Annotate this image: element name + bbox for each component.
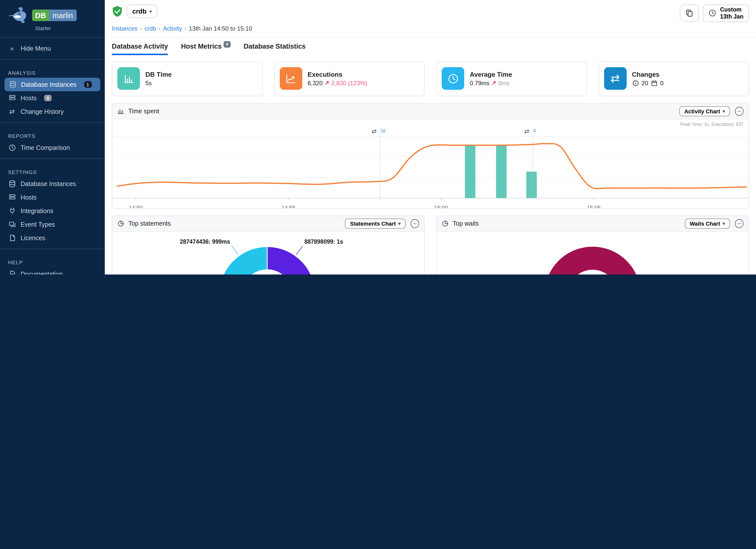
svg-text:4: 4 [533,128,536,133]
licence-icon [8,234,16,242]
brand-wordmark: DB marlin [32,9,76,21]
waits-chart-dropdown[interactable]: Waits Chart▾ [685,219,730,229]
sidebar: DB marlin Starter « Hide Menu ANALYSIS D… [0,0,105,275]
card-value: 6,320 [308,80,323,87]
card-title: DB Time [145,71,172,78]
peak-annotation: Peak Time: 2s, Executions: 837 [680,122,743,127]
pie-chart-icon [117,220,124,227]
time-spent-chart[interactable]: Peak Time: 2s, Executions: 837 ⇄16⇄414:5… [112,119,748,209]
health-shield-icon [112,5,123,17]
time-spent-panel: Time spent Activity Chart▾ – Peak Time: … [112,103,749,209]
instance-selector[interactable]: crdb ▾ [127,5,157,18]
sidebar-item-settings-hosts[interactable]: Hosts [0,191,105,204]
panel-title: Top waits [453,220,479,227]
tab-database-activity[interactable]: Database Activity [112,43,168,55]
breadcrumb: Instances›crdb›Activity›13th Jan 14:50 t… [105,22,756,38]
collapse-panel-icon[interactable]: – [411,219,419,228]
count-badge: 1 [84,81,91,88]
divider [0,249,105,249]
sidebar-item-change-history[interactable]: ⇄ Change History [0,105,105,118]
main-content: crdb ▾ Custom 13th Jan Instances›crdb›A [105,0,756,275]
card-changes[interactable]: ⇄ Changes 20 0 [598,61,749,96]
count-badge: 0 [44,95,52,101]
collapse-panel-icon[interactable]: – [735,219,743,228]
marlin-fish-icon [6,6,29,24]
chevron-down-icon: ▾ [723,109,725,114]
divider [0,122,105,123]
hide-menu-button[interactable]: « Hide Menu [0,42,105,55]
svg-text:887898099: 1s: 887898099: 1s [304,239,343,245]
sidebar-item-event-types[interactable]: Event Types [0,218,105,231]
sidebar-item-hosts[interactable]: Hosts 0 [0,91,105,105]
donut-panels: Top statements Statements Chart▾ – 88789… [112,216,749,275]
statements-chart-dropdown[interactable]: Statements Chart▾ [345,219,406,229]
change-arrows-icon: ⇄ [604,67,626,90]
svg-text:15:05: 15:05 [587,205,601,209]
breadcrumb-crdb[interactable]: crdb [144,25,156,32]
chevron-down-icon: ▾ [398,221,401,226]
sidebar-item-database-instances[interactable]: Database Instances 1 [5,78,100,91]
sidebar-item-licences[interactable]: Licences [0,231,105,245]
panel-title: Top statements [128,220,171,227]
tab-badge: 0 [224,41,230,48]
top-waits-chart[interactable]: executing: 5s [437,232,748,275]
brand-marlin: marlin [49,9,76,21]
card-title: Executions [308,71,367,78]
breadcrumb-instances[interactable]: Instances [112,25,138,32]
collapse-sidebar-icon: « [8,45,16,52]
svg-text:14:50: 14:50 [129,205,143,209]
tab-host-metrics[interactable]: Host Metrics0 [181,43,231,55]
card-value: 5s [145,80,152,87]
brand-logo[interactable]: DB marlin Starter [0,0,105,33]
time-range-button[interactable]: Custom 13th Jan [703,5,749,22]
chevron-down-icon: ▾ [149,9,152,14]
time-spent-header: Time spent Activity Chart▾ – [112,104,748,119]
card-title: Changes [632,71,664,78]
card-title: Average Time [470,71,512,78]
sidebar-item-documentation[interactable]: Documentation [0,267,105,275]
time-series-chart: ⇄16⇄414:5014:5515:0015:05 [112,119,748,209]
clock-icon [8,144,16,151]
sidebar-item-settings-database-instances[interactable]: Database Instances [0,177,105,191]
top-statements-chart[interactable]: 887898099: 1s139638413: 1s326238714: 1s1… [112,232,424,275]
breadcrumb-activity[interactable]: Activity [163,25,182,32]
activity-chart-dropdown[interactable]: Activity Chart▾ [679,106,730,116]
change-arrows-icon: ⇄ [8,108,16,115]
section-help: HELP [0,253,105,267]
bar-chart-icon [117,67,140,90]
breadcrumb-time-range: 13th Jan 14:50 to 15:10 [189,25,252,32]
card-value: 0.79ms [470,80,490,87]
divider [0,158,105,159]
pie-chart-icon [442,220,449,227]
panel-title: Time spent [128,108,159,115]
calendar-icon [651,80,658,87]
info-change-count: 20 [641,80,648,87]
tab-database-statistics[interactable]: Database Statistics [244,43,306,55]
collapse-panel-icon[interactable]: – [735,107,743,116]
chevron-down-icon: ▾ [723,221,725,226]
copy-link-button[interactable] [680,5,699,22]
clock-icon [442,67,464,90]
card-delta: 2,830 (123%) [331,80,367,87]
sidebar-item-integrations[interactable]: Integrations [0,204,105,218]
trend-up-icon: ↗ [325,80,329,86]
metric-cards: DB Time 5s Executions 6,320↗2,830 (123%)… [105,55,756,103]
svg-text:⇄: ⇄ [371,128,376,135]
server-icon [8,194,16,201]
section-analysis: ANALYSIS [0,64,105,78]
plug-icon [8,207,16,215]
waits-donut: executing: 5s [437,232,748,275]
event-types-icon [8,221,16,228]
card-db-time[interactable]: DB Time 5s [112,61,262,96]
calendar-change-count: 0 [660,80,664,87]
copy-icon [686,9,694,17]
server-icon [8,94,16,102]
card-executions[interactable]: Executions 6,320↗2,830 (123%) [274,61,425,96]
document-icon [8,270,16,275]
section-reports: REPORTS [0,127,105,141]
card-average-time[interactable]: Average Time 0.79ms↗0ms [436,61,587,96]
top-waits-panel: Top waits Waits Chart▾ – executing: 5s [436,216,749,275]
bar-chart-icon [117,108,124,115]
sidebar-item-time-comparison[interactable]: Time Comparison [0,141,105,154]
divider [0,37,105,38]
